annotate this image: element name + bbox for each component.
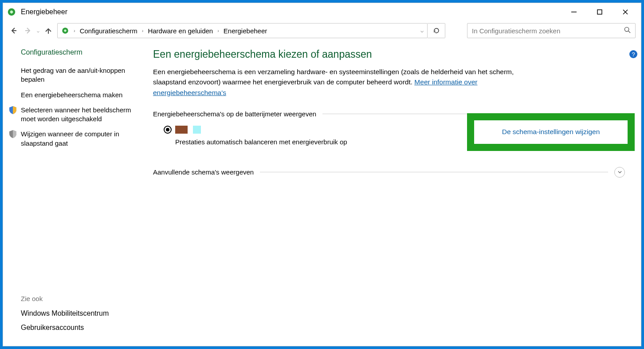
power-plan-row: De schema-instellingen wijzigen bbox=[153, 126, 625, 134]
see-also-heading: Zie ook bbox=[21, 295, 134, 302]
main-content: Een energiebeheerschema kiezen of aanpas… bbox=[141, 40, 641, 346]
sidebar-link-sleep[interactable]: Wijzigen wanneer de computer in slaapsta… bbox=[8, 130, 134, 148]
divider bbox=[260, 172, 608, 172]
sidebar: Configuratiescherm Het gedrag van de aan… bbox=[3, 40, 141, 346]
sidebar-link-create-plan[interactable]: Een energiebeheerschema maken bbox=[8, 91, 134, 99]
forward-button[interactable] bbox=[23, 25, 33, 36]
up-button[interactable] bbox=[43, 25, 54, 36]
app-icon bbox=[7, 7, 16, 17]
search-box[interactable] bbox=[467, 23, 636, 38]
plan-description: Prestaties automatisch balanceren met en… bbox=[153, 138, 437, 146]
page-heading: Een energiebeheerschema kiezen of aanpas… bbox=[153, 48, 625, 60]
address-icon bbox=[61, 27, 69, 35]
breadcrumb-item[interactable]: Energiebeheer bbox=[224, 27, 267, 35]
see-also-accounts[interactable]: Gebruikersaccounts bbox=[21, 324, 134, 332]
window-title: Energiebeheer bbox=[21, 8, 67, 16]
navbar: ⌵ › Configuratiescherm › Hardware en gel… bbox=[3, 21, 641, 40]
address-bar[interactable]: › Configuratiescherm › Hardware en gelui… bbox=[57, 23, 428, 38]
chevron-right-icon: › bbox=[72, 28, 77, 33]
breadcrumb-item[interactable]: Configuratiescherm bbox=[80, 27, 137, 35]
see-also: Zie ook Windows Mobiliteitscentrum Gebru… bbox=[8, 295, 134, 338]
titlebar: Energiebeheer bbox=[3, 3, 641, 21]
plan-name-redacted bbox=[193, 126, 201, 134]
search-input[interactable] bbox=[472, 27, 620, 35]
search-icon[interactable] bbox=[624, 27, 631, 35]
section-additional-label: Aanvullende schema's weergeven bbox=[153, 168, 254, 176]
close-button[interactable] bbox=[613, 4, 638, 20]
svg-rect-2 bbox=[597, 10, 602, 14]
plan-name-redacted bbox=[175, 126, 188, 134]
svg-point-9 bbox=[624, 27, 628, 31]
shield-icon bbox=[8, 130, 17, 139]
see-also-mobility[interactable]: Windows Mobiliteitscentrum bbox=[21, 309, 134, 317]
plan-radio[interactable] bbox=[164, 126, 172, 134]
chevron-right-icon: › bbox=[140, 28, 145, 33]
breadcrumb-item[interactable]: Hardware en geluiden bbox=[148, 27, 213, 35]
svg-line-10 bbox=[628, 31, 630, 33]
page-description: Een energiebeheerschema is een verzameli… bbox=[153, 67, 534, 98]
expand-button[interactable] bbox=[614, 167, 625, 178]
refresh-button[interactable] bbox=[428, 23, 445, 38]
back-button[interactable] bbox=[8, 25, 19, 36]
sidebar-link-display-off[interactable]: Selecteren wanneer het beeldscherm moet … bbox=[8, 106, 134, 124]
minimize-button[interactable] bbox=[561, 4, 587, 20]
highlight-box: De schema-instellingen wijzigen bbox=[467, 113, 635, 151]
address-dropdown[interactable]: ⌵ bbox=[420, 28, 424, 34]
maximize-button[interactable] bbox=[587, 4, 613, 20]
chevron-right-icon: › bbox=[216, 28, 221, 33]
shield-icon bbox=[8, 106, 17, 115]
change-plan-settings-link[interactable]: De schema-instellingen wijzigen bbox=[502, 128, 600, 136]
recent-dropdown[interactable]: ⌵ bbox=[37, 28, 39, 33]
sidebar-link-power-buttons[interactable]: Het gedrag van de aan/uit-knoppen bepale… bbox=[8, 66, 134, 84]
sidebar-heading[interactable]: Configuratiescherm bbox=[21, 48, 134, 56]
section-battery-meter-label: Energiebeheerschema's op de batterijmete… bbox=[153, 110, 316, 118]
